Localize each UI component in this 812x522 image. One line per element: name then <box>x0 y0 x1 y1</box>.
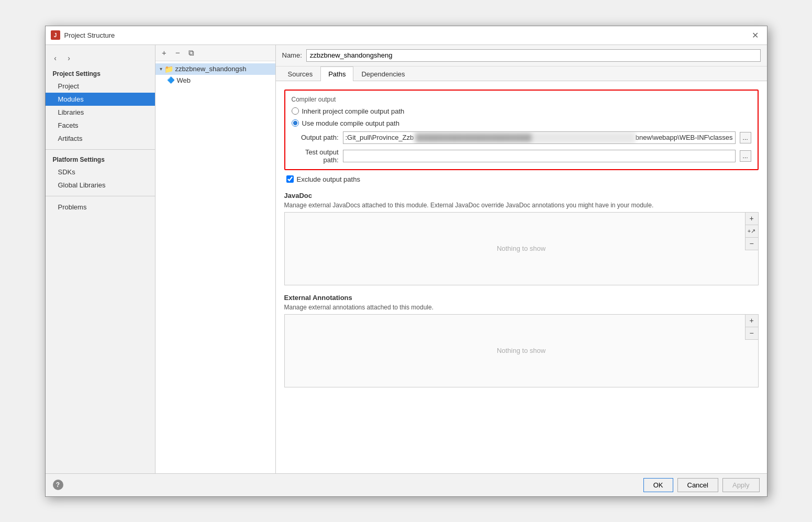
name-label: Name: <box>282 51 302 59</box>
sidebar-item-modules[interactable]: Modules <box>46 93 155 106</box>
project-structure-dialog: J Project Structure ✕ ‹ › Project Settin… <box>45 26 767 497</box>
inherit-radio-label: Inherit project compile output path <box>302 107 405 115</box>
javadoc-remove-button[interactable]: − <box>746 238 758 250</box>
compiler-output-options: Inherit project compile output path Use … <box>292 107 751 127</box>
test-output-path-row: Test output path: … <box>292 148 751 164</box>
output-path-row: Output path: :Git_pull\Province_Zzb ████… <box>292 131 751 144</box>
nav-buttons: ‹ › <box>46 50 155 66</box>
javadoc-add-button[interactable]: + <box>746 213 758 225</box>
test-output-path-browse-button[interactable]: … <box>740 150 751 162</box>
apply-button[interactable]: Apply <box>722 478 760 492</box>
tree-item-root[interactable]: ▾ 📁 zzbzbnew_shandongsh <box>155 63 275 75</box>
web-module-icon: 🔷 <box>167 76 175 84</box>
sidebar-divider <box>46 149 155 150</box>
sidebar-item-sdks[interactable]: SDKs <box>46 165 155 179</box>
sidebar-item-artifacts[interactable]: Artifacts <box>46 132 155 145</box>
sidebar: ‹ › Project Settings Project Modules Lib… <box>46 45 155 473</box>
main-content: ‹ › Project Settings Project Modules Lib… <box>46 45 767 473</box>
module-tree[interactable]: ▾ 📁 zzbzbnew_shandongsh 🔷 Web <box>155 61 275 473</box>
exclude-output-checkbox[interactable] <box>286 175 294 183</box>
help-button[interactable]: ? <box>53 480 63 490</box>
title-bar-left: J Project Structure <box>51 30 115 40</box>
javadoc-empty-label: Nothing to show <box>497 245 546 252</box>
external-annotations-title: External Annotations <box>284 294 759 302</box>
use-module-radio-label: Use module compile output path <box>302 119 399 127</box>
bottom-bar: ? OK Cancel Apply <box>46 473 767 496</box>
tab-dependencies[interactable]: Dependencies <box>353 66 413 81</box>
javadoc-add-url-button[interactable]: +↗ <box>746 225 758 238</box>
cancel-button[interactable]: Cancel <box>677 478 718 492</box>
output-path-prefix: :Git_pull\Province_Zzb <box>343 134 414 141</box>
output-path-blurred: ████████████████████████ <box>414 132 636 143</box>
ok-button[interactable]: OK <box>643 478 673 492</box>
compiler-output-section: Compiler output Inherit project compile … <box>284 90 759 170</box>
exclude-output-label: Exclude output paths <box>297 175 360 183</box>
inherit-radio-row: Inherit project compile output path <box>292 107 751 115</box>
forward-button[interactable]: › <box>63 52 75 64</box>
tab-paths[interactable]: Paths <box>320 66 353 81</box>
javadoc-title: JavaDoc <box>284 192 759 199</box>
compiler-output-legend: Compiler output <box>292 96 751 103</box>
module-name-input[interactable] <box>306 49 761 62</box>
output-path-browse-button[interactable]: … <box>740 132 751 143</box>
add-module-button[interactable]: + <box>159 47 170 59</box>
external-annotations-desc: Manage external annotations attached to … <box>284 304 759 311</box>
exclude-checkbox-row: Exclude output paths <box>286 175 759 183</box>
content-panel: Name: Sources Paths Dependencies C <box>276 45 767 473</box>
javadoc-list[interactable]: Nothing to show + +↗ − <box>284 212 759 285</box>
tree-item-web[interactable]: 🔷 Web <box>155 75 275 86</box>
paths-content: Compiler output Inherit project compile … <box>276 81 767 473</box>
use-module-radio[interactable] <box>292 119 299 127</box>
tab-sources[interactable]: Sources <box>280 66 321 81</box>
close-button[interactable]: ✕ <box>749 29 762 41</box>
inherit-radio[interactable] <box>292 107 299 115</box>
test-output-path-label: Test output path: <box>292 148 339 164</box>
module-tree-panel: + − ⧉ ▾ 📁 zzbzbnew_shandongsh 🔷 Web <box>155 45 276 473</box>
expand-arrow-icon: ▾ <box>160 66 162 72</box>
copy-module-button[interactable]: ⧉ <box>186 47 197 59</box>
javadoc-section: JavaDoc Manage external JavaDocs attache… <box>284 192 759 285</box>
sidebar-item-problems[interactable]: Problems <box>46 201 155 214</box>
project-settings-heading: Project Settings <box>46 66 155 80</box>
annotations-remove-button[interactable]: − <box>746 327 758 340</box>
sidebar-item-facets[interactable]: Facets <box>46 119 155 132</box>
folder-icon: 📁 <box>164 65 173 73</box>
output-path-label: Output path: <box>292 134 339 141</box>
sidebar-divider-2 <box>46 196 155 196</box>
app-icon: J <box>51 30 60 40</box>
external-annotations-list[interactable]: Nothing to show + − <box>284 314 759 387</box>
tabs-bar: Sources Paths Dependencies <box>276 66 767 81</box>
name-bar: Name: <box>276 45 767 66</box>
dialog-title: Project Structure <box>64 31 115 39</box>
external-annotations-section: External Annotations Manage external ann… <box>284 294 759 387</box>
external-annotations-empty-label: Nothing to show <box>497 347 546 354</box>
external-annotations-toolbar: + − <box>745 315 758 340</box>
back-button[interactable]: ‹ <box>50 52 61 64</box>
javadoc-toolbar: + +↗ − <box>745 213 758 250</box>
annotations-add-button[interactable]: + <box>746 315 758 327</box>
sidebar-item-libraries[interactable]: Libraries <box>46 106 155 119</box>
platform-settings-heading: Platform Settings <box>46 154 155 165</box>
remove-module-button[interactable]: − <box>172 47 184 59</box>
title-bar: J Project Structure ✕ <box>46 26 767 45</box>
tree-item-root-label: zzbzbnew_shandongsh <box>175 65 247 73</box>
tree-toolbar: + − ⧉ <box>155 45 275 61</box>
sidebar-item-project[interactable]: Project <box>46 80 155 93</box>
javadoc-desc: Manage external JavaDocs attached to thi… <box>284 202 759 209</box>
sidebar-item-global-libraries[interactable]: Global Libraries <box>46 179 155 192</box>
tree-item-web-label: Web <box>177 76 191 84</box>
use-module-radio-row: Use module compile output path <box>292 119 751 127</box>
output-path-suffix: bnew\webapp\WEB-INF\classes <box>636 134 735 141</box>
